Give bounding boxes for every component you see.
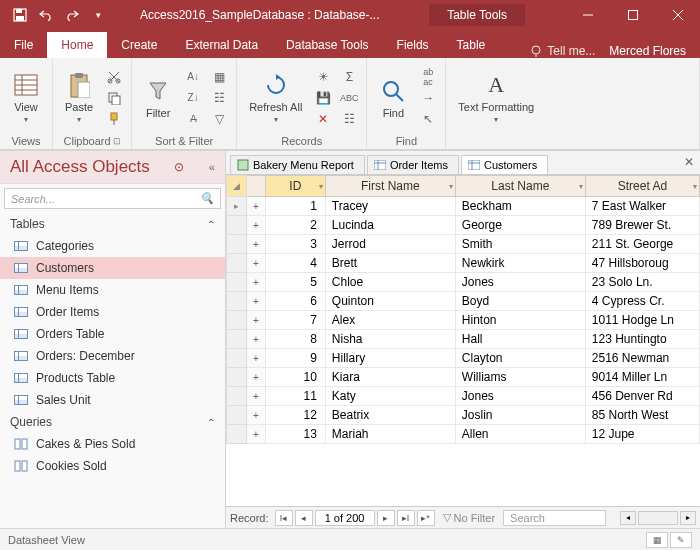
expand-row-button[interactable]: + [247, 292, 266, 311]
cell-first-name[interactable]: Hillary [325, 349, 455, 368]
row-selector[interactable] [227, 311, 247, 330]
tab-create[interactable]: Create [107, 32, 171, 58]
cell-last-name[interactable]: Beckham [455, 197, 585, 216]
cell-first-name[interactable]: Lucinda [325, 216, 455, 235]
column-header-last-name[interactable]: Last Name▾ [455, 176, 585, 197]
selection-filter-button[interactable]: ▦ [208, 67, 230, 87]
advanced-filter-button[interactable]: ☷ [208, 88, 230, 108]
filter-indicator[interactable]: ▽No Filter [443, 511, 496, 524]
expand-row-button[interactable]: + [247, 387, 266, 406]
row-selector[interactable] [227, 216, 247, 235]
clipboard-launcher[interactable]: ⊡ [113, 136, 121, 146]
cell-first-name[interactable]: Nisha [325, 330, 455, 349]
cell-last-name[interactable]: Boyd [455, 292, 585, 311]
row-selector[interactable] [227, 254, 247, 273]
nav-item-products-table[interactable]: Products Table [0, 367, 225, 389]
expand-row-button[interactable]: + [247, 330, 266, 349]
nav-collapse-button[interactable]: « [209, 161, 215, 173]
tab-table[interactable]: Table [443, 32, 500, 58]
nav-item-orders-december[interactable]: Orders: December [0, 345, 225, 367]
cell-id[interactable]: 3 [265, 235, 325, 254]
undo-icon[interactable] [34, 3, 58, 27]
row-selector[interactable] [227, 368, 247, 387]
cell-last-name[interactable]: Smith [455, 235, 585, 254]
nav-dropdown-icon[interactable]: ⊙ [174, 160, 184, 174]
expand-row-button[interactable]: + [247, 349, 266, 368]
cell-first-name[interactable]: Quinton [325, 292, 455, 311]
cell-id[interactable]: 2 [265, 216, 325, 235]
cell-street[interactable]: 47 Hillsboroug [585, 254, 699, 273]
save-record-button[interactable]: 💾 [312, 88, 334, 108]
cell-street[interactable]: 12 Jupe [585, 425, 699, 444]
view-button[interactable]: View▾ [6, 69, 46, 126]
format-painter-button[interactable] [103, 109, 125, 129]
tab-home[interactable]: Home [47, 32, 107, 58]
cell-id[interactable]: 9 [265, 349, 325, 368]
row-selector[interactable] [227, 292, 247, 311]
cell-street[interactable]: 1011 Hodge Ln [585, 311, 699, 330]
tab-external-data[interactable]: External Data [171, 32, 272, 58]
column-header-first-name[interactable]: First Name▾ [325, 176, 455, 197]
expand-row-button[interactable]: + [247, 311, 266, 330]
cell-id[interactable]: 11 [265, 387, 325, 406]
sort-desc-button[interactable]: Z↓ [182, 88, 204, 108]
cell-street[interactable]: 789 Brewer St. [585, 216, 699, 235]
record-search-input[interactable]: Search [503, 510, 605, 526]
cell-first-name[interactable]: Chloe [325, 273, 455, 292]
nav-item-cookies-sold[interactable]: Cookies Sold [0, 455, 225, 477]
qat-customize-icon[interactable]: ▾ [86, 3, 110, 27]
cell-first-name[interactable]: Tracey [325, 197, 455, 216]
copy-button[interactable] [103, 88, 125, 108]
cell-first-name[interactable]: Katy [325, 387, 455, 406]
cell-first-name[interactable]: Kiara [325, 368, 455, 387]
doc-tab-order-items[interactable]: Order Items [367, 155, 459, 174]
cell-id[interactable]: 8 [265, 330, 325, 349]
nav-title[interactable]: All Access Objects [10, 157, 150, 177]
cell-first-name[interactable]: Brett [325, 254, 455, 273]
cell-id[interactable]: 4 [265, 254, 325, 273]
close-tab-button[interactable]: ✕ [684, 155, 694, 169]
cell-id[interactable]: 1 [265, 197, 325, 216]
cell-last-name[interactable]: Williams [455, 368, 585, 387]
cell-id[interactable]: 5 [265, 273, 325, 292]
doc-tab-customers[interactable]: Customers [461, 155, 548, 174]
cell-street[interactable]: 456 Denver Rd [585, 387, 699, 406]
row-selector[interactable] [227, 273, 247, 292]
cell-last-name[interactable]: Jones [455, 273, 585, 292]
expand-row-button[interactable]: + [247, 216, 266, 235]
cell-street[interactable]: 23 Solo Ln. [585, 273, 699, 292]
maximize-button[interactable] [610, 0, 655, 30]
cell-last-name[interactable]: Hall [455, 330, 585, 349]
cell-first-name[interactable]: Mariah [325, 425, 455, 444]
cell-street[interactable]: 2516 Newman [585, 349, 699, 368]
column-dropdown-icon[interactable]: ▾ [449, 182, 453, 191]
more-records-button[interactable]: ☷ [338, 109, 360, 129]
scroll-left-button[interactable]: ◂ [620, 511, 636, 525]
row-selector[interactable] [227, 330, 247, 349]
cell-street[interactable]: 7 East Walker [585, 197, 699, 216]
select-all-cell[interactable]: ◢ [227, 176, 247, 197]
save-icon[interactable] [8, 3, 32, 27]
column-header-street-ad[interactable]: Street Ad▾ [585, 176, 699, 197]
row-selector[interactable]: ▸ [227, 197, 247, 216]
cell-first-name[interactable]: Beatrix [325, 406, 455, 425]
cut-button[interactable] [103, 67, 125, 87]
nav-search-input[interactable]: Search... 🔍 [4, 188, 221, 209]
column-dropdown-icon[interactable]: ▾ [579, 182, 583, 191]
expand-row-button[interactable]: + [247, 273, 266, 292]
cell-last-name[interactable]: Joslin [455, 406, 585, 425]
cell-id[interactable]: 6 [265, 292, 325, 311]
doc-tab-bakery-menu-report[interactable]: Bakery Menu Report [230, 155, 365, 174]
cell-street[interactable]: 211 St. George [585, 235, 699, 254]
nav-section-queries[interactable]: Queries⌃ [0, 411, 225, 433]
cell-id[interactable]: 13 [265, 425, 325, 444]
filter-button[interactable]: Filter [138, 75, 178, 121]
paste-button[interactable]: Paste▾ [59, 69, 99, 126]
redo-icon[interactable] [60, 3, 84, 27]
select-button[interactable]: ↖ [417, 109, 439, 129]
cell-id[interactable]: 12 [265, 406, 325, 425]
tell-me-search[interactable]: Tell me... [529, 44, 595, 58]
close-button[interactable] [655, 0, 700, 30]
cell-last-name[interactable]: George [455, 216, 585, 235]
nav-item-sales-unit[interactable]: Sales Unit [0, 389, 225, 411]
